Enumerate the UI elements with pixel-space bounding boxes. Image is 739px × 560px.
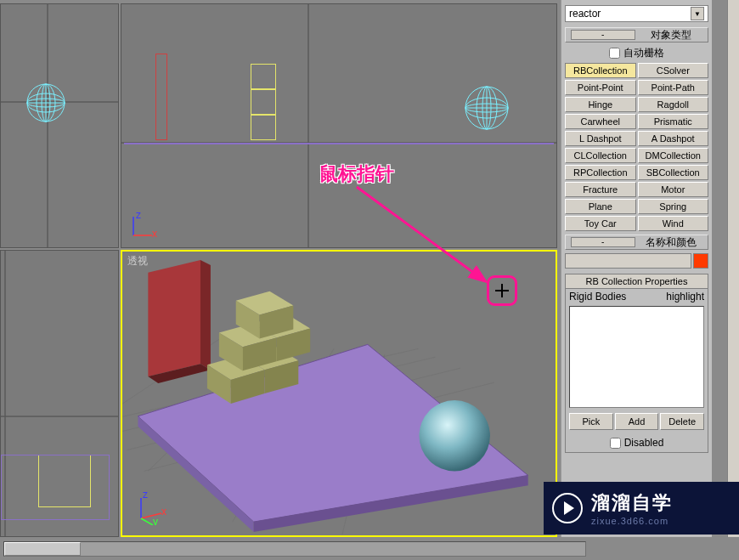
watermark-url: zixue.3d66.com xyxy=(591,516,673,526)
svg-line-60 xyxy=(357,187,484,280)
autogrid-label: 自动栅格 xyxy=(623,46,664,60)
chevron-down-icon: ▼ xyxy=(691,7,704,20)
autogrid-row: 自动栅格 xyxy=(565,44,708,61)
object-type-point-path[interactable]: Point-Path xyxy=(638,80,709,95)
command-panel: reactor ▼ - 对象类型 自动栅格 RBCollectionCSolve… xyxy=(561,0,712,537)
box-wire xyxy=(251,89,276,115)
delete-button[interactable]: Delete xyxy=(660,413,704,430)
category-dropdown[interactable]: reactor ▼ xyxy=(565,5,708,22)
rb-col-highlight: highlight xyxy=(666,291,704,303)
object-type-fracture[interactable]: Fracture xyxy=(565,182,636,197)
rollout-title: 对象类型 xyxy=(640,28,703,42)
object-type-motor[interactable]: Motor xyxy=(638,182,709,197)
object-type-prismatic[interactable]: Prismatic xyxy=(638,114,709,129)
watermark-brand: 溜溜自学 xyxy=(591,490,673,516)
wall-wire xyxy=(155,54,167,140)
svg-line-54 xyxy=(141,513,161,518)
timeline-handle[interactable] xyxy=(4,542,81,556)
svg-text:x: x xyxy=(152,228,157,239)
object-type-csolver[interactable]: CSolver xyxy=(638,63,709,78)
box-wire xyxy=(251,115,276,140)
svg-line-55 xyxy=(141,518,153,525)
svg-marker-36 xyxy=(200,260,211,370)
rb-col-rigidbodies: Rigid Bodies xyxy=(569,291,626,303)
watermark: 溜溜自学 zixue.3d66.com xyxy=(544,482,739,535)
viewport-left[interactable] xyxy=(0,250,119,537)
viewport-top[interactable] xyxy=(0,3,119,248)
svg-text:y: y xyxy=(153,516,158,525)
ground-wire xyxy=(1,455,110,520)
object-type-rbcollection[interactable]: RBCollection xyxy=(565,63,636,78)
object-type-l-dashpot[interactable]: L Dashpot xyxy=(565,131,636,146)
autogrid-checkbox[interactable] xyxy=(609,48,620,59)
panel-scrollbar[interactable] xyxy=(727,0,739,537)
object-type-rpcollection[interactable]: RPCollection xyxy=(565,165,636,180)
rb-collection-rollout: RB Collection Properties Rigid Bodies hi… xyxy=(565,274,708,453)
disabled-checkbox[interactable] xyxy=(610,438,621,449)
object-type-ragdoll[interactable]: Ragdoll xyxy=(638,97,709,112)
object-type-dmcollection[interactable]: DMCollection xyxy=(638,148,709,163)
axis-gizmo: z x xyxy=(130,212,157,239)
rb-header[interactable]: RB Collection Properties xyxy=(566,274,708,289)
object-name-input[interactable] xyxy=(565,253,691,269)
object-type-hinge[interactable]: Hinge xyxy=(565,97,636,112)
svg-marker-35 xyxy=(148,260,200,376)
rollout-name-color[interactable]: - 名称和颜色 xyxy=(565,235,708,250)
object-type-clcollection[interactable]: CLCollection xyxy=(565,148,636,163)
add-button[interactable]: Add xyxy=(615,413,659,430)
object-color-swatch[interactable] xyxy=(693,253,708,269)
cursor-marker xyxy=(487,275,517,306)
object-type-grid: RBCollectionCSolverPoint-PointPoint-Path… xyxy=(565,61,708,233)
timeline-slider[interactable] xyxy=(3,541,586,557)
play-icon xyxy=(552,493,583,523)
rigid-bodies-list[interactable] xyxy=(569,306,704,408)
svg-text:z: z xyxy=(143,491,148,501)
object-type-carwheel[interactable]: Carwheel xyxy=(565,114,636,129)
axis-gizmo: z x y xyxy=(133,491,166,525)
object-type-plane[interactable]: Plane xyxy=(565,199,636,214)
object-type-point-point[interactable]: Point-Point xyxy=(565,80,636,95)
rollout-title: 名称和颜色 xyxy=(640,235,703,250)
svg-text:x: x xyxy=(161,506,166,518)
rollout-object-type[interactable]: - 对象类型 xyxy=(565,27,708,42)
object-type-wind[interactable]: Wind xyxy=(638,216,709,231)
object-type-toy-car[interactable]: Toy Car xyxy=(565,216,636,231)
svg-point-52 xyxy=(419,400,490,472)
svg-text:z: z xyxy=(136,212,141,221)
ground-plane-line xyxy=(124,143,554,144)
minus-icon: - xyxy=(571,30,635,40)
object-type-sbcollection[interactable]: SBCollection xyxy=(638,165,709,180)
crosshair-icon xyxy=(495,284,509,297)
dropdown-value: reactor xyxy=(569,8,601,20)
box-wire xyxy=(251,64,276,89)
object-type-a-dashpot[interactable]: A Dashpot xyxy=(638,131,709,146)
minus-icon: - xyxy=(571,237,635,247)
annotation-arrow xyxy=(340,183,501,293)
pick-button[interactable]: Pick xyxy=(569,413,613,430)
object-type-spring[interactable]: Spring xyxy=(638,199,709,214)
disabled-label: Disabled xyxy=(624,437,664,449)
